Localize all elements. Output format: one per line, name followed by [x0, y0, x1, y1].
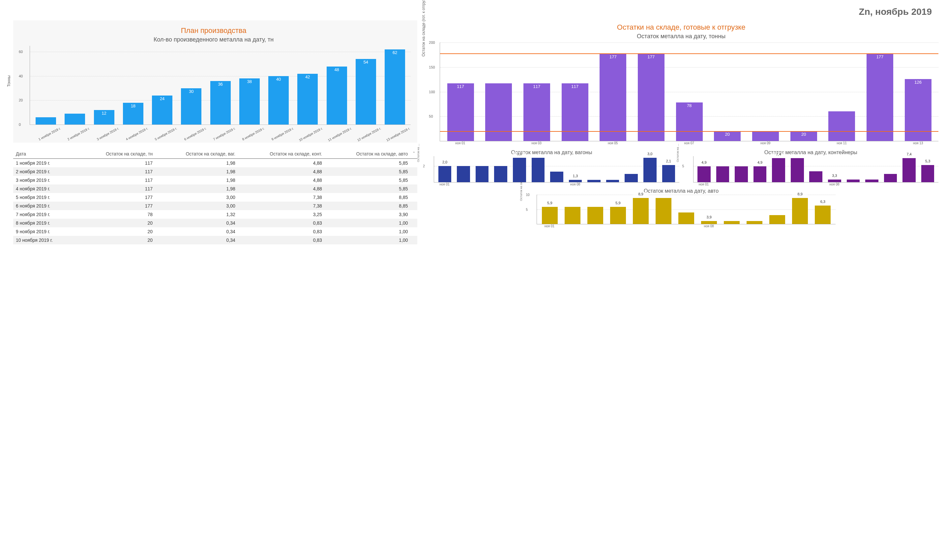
bar[interactable] — [809, 171, 822, 182]
auto-chart[interactable]: 5105,95,98,93,98,96,3 — [536, 195, 835, 224]
stock-subtitle: Остаток металла на дату, тонны — [424, 33, 939, 40]
th-tn[interactable]: Остаток на складе, тн — [77, 149, 155, 159]
bar[interactable] — [587, 180, 601, 182]
table-row[interactable]: 2 ноября 2019 г.1171,984,885,85 — [13, 167, 417, 176]
bar[interactable] — [624, 174, 638, 182]
auto-title: Остаток металла на дату, авто — [527, 188, 835, 194]
bar[interactable] — [65, 114, 85, 125]
bar[interactable] — [565, 207, 580, 224]
bar[interactable]: 62 — [385, 49, 405, 125]
stock-tons-chart[interactable]: 50100150200117117117177177782020177126 — [440, 43, 939, 141]
bar[interactable]: 7,4 — [772, 158, 785, 182]
bar[interactable]: 4,9 — [697, 166, 711, 182]
bar[interactable] — [752, 131, 779, 141]
wagons-title: Остаток металла на дату, вагоны — [424, 149, 679, 155]
bar[interactable]: 24 — [152, 95, 173, 125]
bar[interactable]: 4,9 — [754, 166, 767, 182]
bar[interactable] — [884, 174, 897, 182]
bar[interactable] — [678, 212, 694, 224]
bar[interactable]: 177 — [600, 54, 626, 141]
page-title: Zn, ноябрь 2019 — [13, 6, 932, 17]
bar[interactable]: 20 — [791, 131, 817, 141]
bar[interactable]: 3,0 — [643, 158, 657, 182]
table-row[interactable]: 9 ноября 2019 г.200,340,831,00 — [13, 227, 417, 236]
table-row[interactable]: 8 ноября 2019 г.200,340,831,00 — [13, 219, 417, 227]
bar[interactable] — [735, 166, 748, 182]
bar[interactable] — [865, 180, 879, 182]
bar[interactable]: 177 — [638, 54, 664, 141]
bar[interactable]: 36 — [210, 81, 231, 125]
production-ylabel: Тонны — [6, 75, 11, 87]
bar[interactable]: 177 — [866, 54, 893, 141]
bar[interactable] — [606, 180, 619, 182]
bar[interactable] — [35, 117, 56, 125]
bar[interactable]: 30 — [181, 88, 201, 125]
bar[interactable] — [828, 111, 855, 141]
bar[interactable] — [724, 221, 740, 224]
containers-title: Остаток металла на дату, контейнеры — [683, 149, 939, 155]
bar[interactable] — [655, 198, 671, 224]
bar[interactable]: 117 — [562, 83, 588, 141]
bar[interactable]: 38 — [239, 78, 260, 125]
wagons-ylabel: Остаток на ... — [417, 144, 420, 162]
bar[interactable] — [485, 83, 512, 141]
th-date[interactable]: Дата — [13, 149, 77, 159]
th-vag[interactable]: Остаток на складе, ваг. — [155, 149, 238, 159]
production-chart[interactable]: 02040601218243036384042485462 — [30, 46, 411, 125]
bar[interactable] — [791, 158, 804, 182]
bar[interactable]: 42 — [297, 74, 318, 125]
bar[interactable] — [587, 207, 603, 224]
bar[interactable]: 5,3 — [921, 165, 934, 182]
table-row[interactable]: 7 ноября 2019 г.781,323,253,90 — [13, 210, 417, 219]
bar[interactable]: 2,1 — [662, 165, 675, 182]
bar[interactable]: 1,3 — [569, 180, 582, 182]
bar[interactable]: 18 — [123, 103, 143, 125]
bar[interactable]: 3,3 — [828, 180, 841, 182]
table-row[interactable]: 3 ноября 2019 г.1171,984,885,85 — [13, 176, 417, 185]
bar[interactable] — [476, 166, 489, 182]
stock-heading: Остатки на складе, готовые к отгрузке — [424, 23, 939, 32]
table-row[interactable]: 4 ноября 2019 г.1171,984,885,85 — [13, 185, 417, 193]
bar[interactable] — [494, 166, 507, 182]
table-row[interactable]: 1 ноября 2019 г.1171,984,885,85 — [13, 159, 417, 168]
bar[interactable]: 5,9 — [542, 207, 558, 224]
bar[interactable]: 3,0 — [513, 158, 526, 182]
bar[interactable]: 54 — [356, 59, 376, 125]
production-panel: План производства Кол-во произведенного … — [13, 20, 417, 143]
bar[interactable]: 117 — [523, 83, 550, 141]
bar[interactable]: 3,9 — [701, 221, 717, 224]
th-kont[interactable]: Остаток на складе, конт. — [238, 149, 325, 159]
stock-table[interactable]: Дата Остаток на складе, тн Остаток на ск… — [13, 149, 417, 245]
wagons-chart[interactable]: 22,03,01,33,02,1 — [434, 156, 679, 183]
bar[interactable]: 2,0 — [438, 166, 452, 182]
bar[interactable]: 117 — [447, 83, 474, 141]
bar[interactable]: 5,9 — [610, 207, 626, 224]
bar[interactable]: 8,9 — [792, 198, 808, 224]
bar[interactable]: 40 — [268, 76, 289, 125]
bar[interactable] — [550, 172, 563, 182]
bar[interactable]: 7,4 — [902, 158, 916, 182]
bar[interactable] — [746, 221, 762, 224]
table-row[interactable]: 5 ноября 2019 г.1773,007,388,85 — [13, 193, 417, 202]
table-row[interactable]: 6 ноября 2019 г.1773,007,388,85 — [13, 202, 417, 210]
bar[interactable]: 8,9 — [633, 198, 649, 224]
bar[interactable]: 78 — [676, 102, 703, 141]
bar[interactable] — [716, 166, 729, 182]
bar[interactable]: 6,3 — [815, 206, 831, 224]
bar[interactable]: 20 — [714, 131, 741, 141]
containers-chart[interactable]: 54,94,97,43,37,45,3 — [693, 156, 939, 183]
auto-ylabel: Остаток на ск... — [520, 180, 523, 201]
bar[interactable]: 12 — [94, 110, 114, 125]
bar[interactable] — [457, 166, 470, 182]
bar[interactable] — [532, 158, 545, 182]
bar[interactable] — [769, 215, 785, 224]
production-subtitle: Кол-во произведенного металла на дату, т… — [17, 36, 411, 43]
bar[interactable] — [847, 180, 860, 182]
table-row[interactable]: 10 ноября 2019 г.200,340,831,00 — [13, 236, 417, 245]
th-avto[interactable]: Остаток на складе, авто — [325, 149, 411, 159]
bar[interactable]: 48 — [327, 66, 347, 125]
stock-ylabel: Остаток на складе (гот. к отгрузке) на э… — [421, 0, 426, 56]
production-heading: План производства — [17, 26, 411, 35]
